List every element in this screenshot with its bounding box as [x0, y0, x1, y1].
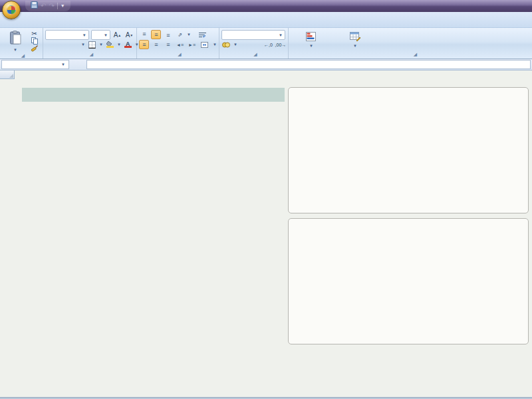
- align-bottom-button[interactable]: ≡: [163, 30, 173, 39]
- fill-color-arrow-icon[interactable]: ▼: [117, 43, 121, 47]
- align-middle-icon: ≡: [154, 31, 157, 38]
- name-box[interactable]: ▼: [1, 60, 69, 69]
- orientation-arrow-icon[interactable]: ▼: [187, 33, 191, 37]
- align-right-button[interactable]: ≡: [163, 40, 173, 49]
- qat-customize-icon[interactable]: ▼: [61, 1, 65, 11]
- worksheet-grid: [0, 70, 532, 399]
- conditional-formatting-icon: [306, 32, 316, 43]
- name-box-arrow-icon: ▼: [61, 63, 65, 66]
- scissors-icon: ✂: [30, 30, 39, 37]
- excel-window: ↶ ↷ ▼ ▼ ✂: [0, 0, 532, 399]
- title-bar: ↶ ↷ ▼: [0, 0, 532, 12]
- underline-button[interactable]: [69, 40, 79, 49]
- office-button[interactable]: [2, 1, 21, 19]
- formula-input[interactable]: [86, 60, 531, 69]
- sheet-area: [15, 79, 532, 399]
- align-middle-button[interactable]: ≡: [151, 30, 161, 39]
- percent-button[interactable]: [239, 40, 249, 49]
- align-center-button[interactable]: ≡: [151, 40, 161, 49]
- quick-access-toolbar: ↶ ↷ ▼: [25, 1, 70, 11]
- italic-button[interactable]: [57, 40, 67, 49]
- align-top-button[interactable]: ≡: [139, 30, 149, 39]
- copy-button[interactable]: [30, 37, 41, 45]
- orientation-button[interactable]: ⇗: [175, 30, 185, 39]
- font-size-select[interactable]: ▼: [91, 30, 110, 40]
- accounting-arrow-icon[interactable]: ▼: [233, 43, 237, 47]
- merge-center-button[interactable]: ▼: [200, 41, 217, 49]
- ribbon-tab-bar: [0, 12, 532, 28]
- align-center-icon: ≡: [154, 41, 157, 48]
- borders-arrow-icon[interactable]: ▼: [99, 43, 103, 47]
- qat-separator: [57, 3, 58, 9]
- copy-icon: [30, 37, 39, 45]
- orientation-icon: ⇗: [178, 32, 182, 38]
- cut-button[interactable]: ✂: [30, 30, 41, 37]
- group-label-formatvorlagen: ◢: [291, 51, 532, 59]
- bold-button[interactable]: [45, 40, 55, 49]
- format-as-table-icon: [350, 32, 360, 43]
- dialog-launcher-icon[interactable]: ◢: [178, 52, 181, 57]
- dialog-launcher-icon[interactable]: ◢: [414, 52, 417, 57]
- format-painter-button[interactable]: [30, 45, 41, 52]
- bar-plot: [289, 219, 528, 344]
- grow-font-button[interactable]: A▲: [112, 31, 122, 40]
- paste-button[interactable]: ▼: [2, 29, 29, 53]
- font-color-button[interactable]: A: [123, 40, 133, 49]
- group-formatvorlagen: ▼ ▼ ◢: [289, 28, 532, 59]
- font-family-select[interactable]: ▼: [45, 30, 89, 40]
- borders-button[interactable]: [87, 40, 97, 49]
- wrap-text-button[interactable]: [198, 31, 209, 39]
- coins-icon: [222, 41, 230, 49]
- group-label-zahl: ◢: [221, 51, 286, 59]
- comma-style-button[interactable]: [251, 40, 261, 49]
- number-format-select[interactable]: ▼: [221, 30, 285, 40]
- group-zahl: ▼ ▼ ←,0 ,00→ ◢: [219, 28, 289, 59]
- dialog-launcher-icon[interactable]: ◢: [253, 52, 257, 57]
- underline-arrow-icon[interactable]: ▼: [81, 43, 85, 47]
- increase-decimal-icon: ←,0: [264, 43, 273, 47]
- conditional-formatting-button[interactable]: ▼: [291, 29, 332, 51]
- format-painter-icon: [30, 45, 39, 52]
- decrease-indent-icon: ◄≡: [176, 43, 184, 47]
- decrease-indent-button[interactable]: ◄≡: [175, 40, 185, 49]
- column-headers: [0, 70, 532, 79]
- decrease-decimal-icon: ,00→: [275, 43, 287, 47]
- increase-indent-button[interactable]: ►≡: [187, 40, 197, 49]
- undo-icon[interactable]: ↶: [41, 1, 46, 11]
- save-icon[interactable]: [31, 1, 38, 11]
- bar-chart[interactable]: [288, 218, 529, 344]
- increase-decimal-button[interactable]: ←,0: [263, 40, 273, 49]
- dialog-launcher-icon[interactable]: ◢: [21, 53, 25, 58]
- font-family-arrow-icon: ▼: [80, 33, 86, 37]
- align-right-icon: ≡: [166, 41, 169, 48]
- group-ausrichtung: ≡ ≡ ≡ ⇗ ▼ ≡ ≡ ≡ ◄≡: [137, 28, 219, 59]
- decrease-decimal-button[interactable]: ,00→: [275, 40, 286, 49]
- paste-icon: [9, 31, 21, 47]
- select-all-corner[interactable]: [0, 70, 15, 79]
- format-as-table-button[interactable]: ▼: [334, 29, 376, 51]
- fill-color-button[interactable]: [105, 40, 115, 49]
- accounting-format-button[interactable]: [221, 40, 231, 49]
- increase-indent-icon: ►≡: [188, 43, 196, 47]
- shrink-font-button[interactable]: A▼: [124, 31, 134, 40]
- group-schriftart: ▼ ▼ A▲ A▼ ▼: [43, 28, 137, 59]
- align-left-button[interactable]: ≡: [139, 40, 149, 49]
- style-gallery: [378, 29, 532, 51]
- pie-graphic: [289, 88, 528, 213]
- group-label-ausrichtung: ◢: [139, 51, 217, 59]
- row-headers: [0, 79, 15, 399]
- office-logo-icon: [7, 5, 16, 15]
- redo-icon[interactable]: ↷: [49, 1, 54, 11]
- align-top-icon: ≡: [142, 31, 145, 37]
- ribbon: ▼ ✂: [0, 28, 532, 59]
- paste-dropdown-icon: ▼: [13, 48, 17, 52]
- formula-bar: ▼: [0, 59, 532, 70]
- pie-chart[interactable]: [288, 87, 529, 213]
- align-bottom-icon: ≡: [166, 32, 169, 39]
- as-table-arrow-icon: ▼: [353, 44, 357, 48]
- dialog-launcher-icon[interactable]: ◢: [90, 52, 93, 57]
- conditional-arrow-icon: ▼: [309, 44, 313, 48]
- merge-arrow-icon: ▼: [213, 43, 217, 47]
- fill-color-icon: [106, 41, 114, 48]
- font-size-arrow-icon: ▼: [102, 33, 108, 37]
